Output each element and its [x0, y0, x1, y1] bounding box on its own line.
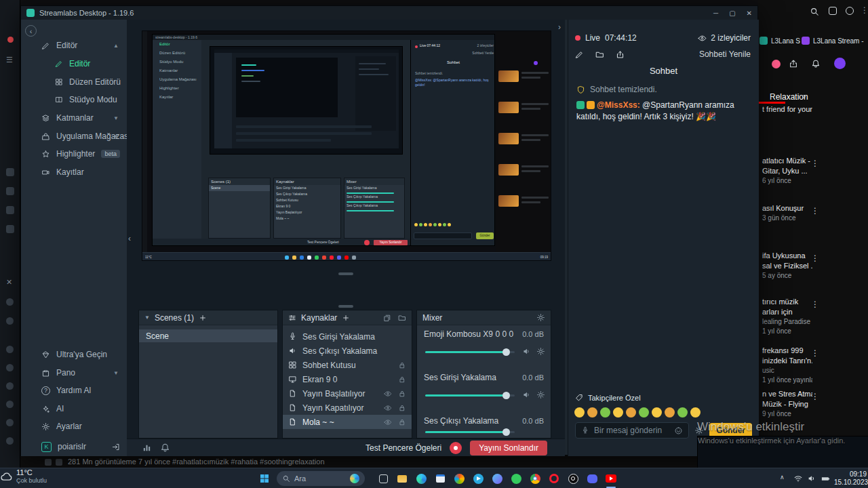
search-highlights-icon[interactable] [350, 474, 359, 483]
upload-icon[interactable] [789, 59, 798, 68]
chat-emoji[interactable] [626, 407, 636, 418]
sidebar-item-layers[interactable]: Katmanlar ▼ [21, 110, 127, 126]
side-app-icon[interactable] [6, 364, 14, 371]
lock-icon[interactable] [398, 418, 406, 426]
speaker-icon[interactable] [522, 347, 531, 356]
mic-icon[interactable] [581, 426, 589, 434]
chat-emoji[interactable] [652, 407, 662, 418]
file-explorer-icon[interactable] [395, 471, 410, 486]
sidebar-item-studio-mode[interactable]: Stüdyo Modu [21, 92, 127, 108]
obs-icon[interactable] [566, 471, 580, 486]
sidebar-section-editor[interactable]: Editör ▲ [21, 37, 127, 54]
chat-emoji[interactable] [665, 407, 675, 418]
resize-handle[interactable] [338, 272, 353, 275]
tray-expand-icon[interactable]: ∧ [780, 474, 785, 481]
video-menu-icon[interactable]: ⋮ [811, 300, 819, 309]
overflow-menu-icon[interactable]: ⋮ [861, 5, 868, 15]
side-app-icon[interactable] [6, 317, 14, 325]
slider-knob[interactable] [502, 348, 510, 356]
chevron-up-icon[interactable]: ▲ [113, 43, 119, 49]
telegram-icon[interactable] [471, 471, 486, 486]
expand-chat-icon[interactable]: › [558, 22, 561, 32]
sidebar-item-dashboard[interactable]: Pano ▼ [21, 365, 127, 381]
pencil-icon[interactable] [575, 50, 584, 59]
youtube-icon[interactable] [604, 471, 618, 486]
wifi-icon[interactable] [793, 474, 803, 483]
lock-icon[interactable] [398, 375, 406, 384]
sidebar-item-ai[interactable]: AI [21, 401, 127, 417]
account-icon[interactable] [846, 7, 854, 15]
source-row[interactable]: Ekran 9 0 [283, 372, 412, 386]
video-menu-icon[interactable]: ⋮ [811, 206, 819, 216]
add-scene-icon[interactable] [199, 314, 207, 322]
edge-icon[interactable] [414, 471, 429, 486]
add-source-icon[interactable] [342, 314, 350, 322]
gear-icon[interactable] [536, 390, 545, 399]
source-row[interactable]: Yayın Başlatılıyor [283, 386, 412, 401]
related-video-item[interactable]: asıl Konuşur 3 gün önce [762, 203, 812, 223]
recording-indicator[interactable] [450, 442, 462, 454]
sidebar-item-app-store[interactable]: Uygulama Mağazası ▼ [21, 128, 127, 144]
sidebar-item-ultra[interactable]: Ultra'ya Geçin [21, 346, 127, 363]
video-menu-icon[interactable]: ⋮ [811, 392, 819, 401]
chat-emoji[interactable] [690, 407, 701, 418]
slider-knob[interactable] [502, 392, 510, 399]
source-row-selected[interactable]: Mola ~ ~ [283, 415, 412, 429]
gear-icon[interactable] [536, 313, 545, 322]
scene-row[interactable]: Scene [139, 329, 277, 342]
sidebar-item-recordings[interactable]: Kayıtlar [21, 164, 127, 180]
close-icon[interactable]: ✕ [6, 278, 12, 287]
bookmark-item[interactable]: L3Lana Stream - Wa... [802, 37, 864, 45]
lock-icon[interactable] [398, 361, 406, 369]
chat-emoji[interactable] [574, 407, 585, 418]
windows-start-icon[interactable] [259, 473, 270, 484]
video-menu-icon[interactable]: ⋮ [811, 348, 819, 358]
volume-slider[interactable] [425, 394, 515, 396]
chat-message-input[interactable]: Bir mesaj gönderin [575, 422, 689, 439]
side-app-icon[interactable] [6, 206, 14, 214]
chat-emoji[interactable] [677, 407, 688, 418]
chat-emoji[interactable] [639, 407, 649, 418]
collapse-left-icon[interactable]: ‹ [128, 234, 131, 243]
chat-settings-gear-icon[interactable] [694, 426, 704, 435]
performance-chart-icon[interactable] [142, 443, 152, 453]
related-video-item[interactable]: t friend for your [762, 104, 812, 115]
source-row[interactable]: Sohbet Kutusu [283, 358, 412, 372]
chevron-down-icon[interactable]: ▼ [113, 134, 119, 140]
minimize-button[interactable]: ─ [713, 9, 718, 17]
copy-icon[interactable] [383, 314, 391, 322]
related-video-item[interactable]: frekansı 999 inizdeki Tanrı'n... usic 1 … [762, 346, 812, 385]
side-app-icon[interactable] [6, 419, 14, 426]
end-stream-button[interactable]: Yayını Sonlandır [470, 441, 547, 455]
side-app-icon[interactable] [6, 298, 14, 306]
extension-icon[interactable] [772, 60, 781, 68]
sidebar-item-account[interactable]: K poiarislr [21, 439, 127, 455]
window-titlebar[interactable]: Streamlabs Desktop - 1.19.6 ─ ▢ ✕ [21, 6, 757, 20]
sidebar-item-help[interactable]: ? Yardım Al [21, 382, 127, 399]
video-menu-icon[interactable]: ⋮ [811, 159, 819, 168]
chat-username[interactable]: @MissXss: [597, 100, 640, 110]
emoji-picker-icon[interactable] [674, 426, 683, 435]
chevron-down-icon[interactable]: ▼ [113, 370, 119, 376]
side-app-icon[interactable] [6, 346, 14, 353]
whatsapp-icon[interactable] [509, 471, 524, 486]
maximize-button[interactable]: ▢ [729, 9, 735, 17]
eye-icon[interactable] [384, 390, 392, 398]
speaker-icon[interactable] [522, 390, 531, 399]
related-video-item[interactable]: ifa Uykusuna sal ve Fiziksel ... 5 ay ön… [762, 251, 812, 281]
side-app-icon[interactable] [6, 187, 14, 195]
related-video-item[interactable]: tırıcı müzik arları için lealing Paradis… [762, 297, 812, 336]
folder-icon[interactable] [398, 314, 406, 322]
related-video-item[interactable]: by the Lake Autumn Light [762, 435, 812, 455]
related-video-item[interactable]: n ve Stres Atma Müzik - Flying 9 yıl önc… [762, 389, 812, 419]
related-video-item[interactable]: atlatıcı Müzik - Gitar, Uyku ... 6 yıl ö… [762, 156, 812, 186]
photos-icon[interactable] [452, 471, 467, 486]
bookmark-item[interactable]: L3Lana Stre ~ [760, 37, 800, 45]
video-menu-icon[interactable]: ⋮ [811, 253, 819, 263]
back-button[interactable]: ‹ [25, 25, 37, 37]
notifications-bell-icon[interactable] [811, 59, 821, 68]
share-icon[interactable] [616, 50, 625, 59]
menu-icon[interactable]: ☰ [6, 56, 13, 64]
eye-icon[interactable] [384, 404, 392, 412]
chevron-down-icon[interactable]: ▼ [144, 314, 150, 321]
